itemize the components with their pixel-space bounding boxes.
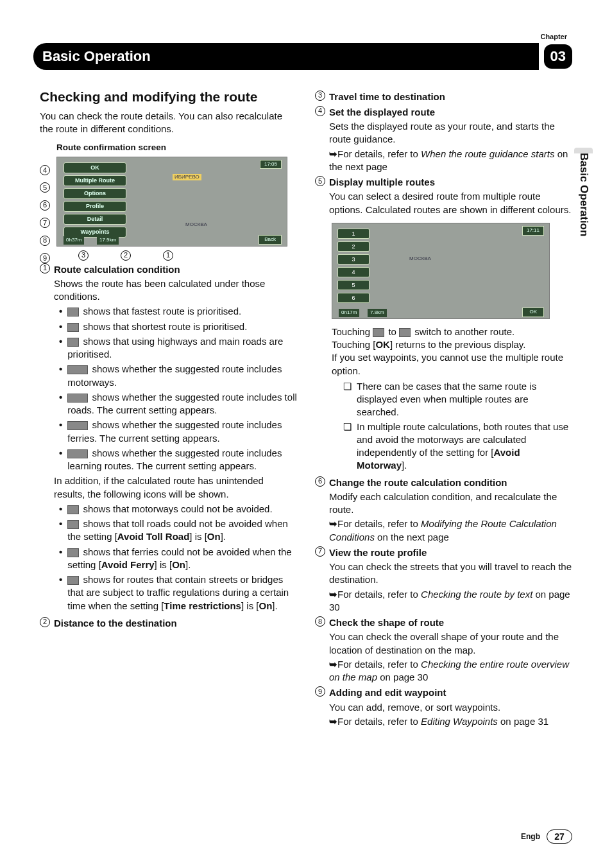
- screenshot-caption: Route confirmation screen: [56, 142, 297, 153]
- multiple-routes-screenshot: 1 2 3 4 5 6 17:11 МОСКВА 0h17m 7.8km OK: [332, 223, 550, 319]
- def-9-title: Adding and edit waypoint: [329, 686, 572, 699]
- route-condition-icon: [67, 449, 88, 458]
- ss-back: Back: [259, 235, 282, 245]
- ss-multiple-route: Multiple Route: [64, 175, 126, 186]
- def-7-text: You can check the streets that you will …: [329, 560, 572, 587]
- route-condition-icon: [67, 394, 88, 403]
- def-3-title: Travel time to destination: [329, 91, 572, 103]
- route-1-icon: [373, 328, 384, 337]
- route-condition-icon: [67, 323, 79, 332]
- ss-dest: ИБИРЕВО: [173, 174, 201, 181]
- bullet-item: shows that shortest route is prioritised…: [59, 320, 297, 333]
- route-btn-4: 4: [337, 267, 370, 277]
- def-7-ref: For details, refer to Checking the route…: [329, 588, 572, 614]
- def-7-title: View the route profile: [329, 546, 572, 559]
- page-heading: Checking and modifying the route: [40, 88, 297, 106]
- callout-3: 3: [78, 250, 89, 261]
- ms-dist: 7.8km: [368, 309, 387, 317]
- def-4-title: Set the displayed route: [329, 106, 572, 119]
- callout-1: 1: [163, 250, 173, 261]
- multi-note-2: In multiple route calculations, both rou…: [343, 421, 572, 473]
- def-3-num: 3: [315, 91, 325, 101]
- def-2-title: Distance to the destination: [54, 617, 297, 630]
- def-8: 8Check the shape of routeYou can check t…: [315, 616, 572, 684]
- multi-para-3: If you set waypoints, you cannot use the…: [332, 351, 572, 378]
- chapter-label: Chapter: [40, 32, 572, 42]
- def-3: 3Travel time to destination: [315, 91, 572, 103]
- route-warning-icon: [67, 520, 79, 529]
- def-4-text: Sets the displayed route as your route, …: [329, 120, 572, 146]
- def-2: 2 Distance to the destination: [40, 617, 297, 630]
- section-title: Basic Operation: [33, 43, 539, 70]
- callout-5: 5: [40, 182, 50, 193]
- side-tab: Basic Operation: [574, 148, 593, 249]
- ss-detail: Detail: [64, 214, 126, 225]
- def-1-text: Shows the route has been calculated unde…: [54, 277, 297, 304]
- def-6-title: Change the route calculation condition: [329, 476, 572, 489]
- chapter-number-badge: 03: [544, 44, 572, 69]
- callout-2: 2: [121, 250, 131, 261]
- route-btn-2: 2: [337, 241, 370, 252]
- def-2-num: 2: [40, 617, 50, 627]
- bullet-item: shows whether the suggested route includ…: [59, 447, 297, 473]
- def-5-title: Display multiple routes: [329, 176, 572, 189]
- bullet-item: shows that ferries could not be avoided …: [59, 546, 297, 572]
- route-warning-icon: [67, 576, 79, 585]
- route-btn-6: 6: [337, 293, 370, 303]
- bullet-item: shows whether the suggested route includ…: [59, 419, 297, 445]
- ss-eta: 0h37m: [64, 236, 84, 245]
- ss-ok-button: OK: [64, 162, 126, 173]
- def-8-num: 8: [315, 616, 325, 627]
- def-7-num: 7: [315, 546, 325, 557]
- def-9-text: You can add, remove, or sort waypoints.: [329, 701, 572, 714]
- callout-9: 9: [40, 253, 50, 263]
- callout-4: 4: [40, 165, 50, 175]
- ms-time: 17:11: [522, 226, 544, 236]
- def-6-text: Modify each calculation condition, and r…: [329, 490, 572, 517]
- route-warning-icon: [67, 505, 79, 514]
- bullet-item: shows whether the suggested route includ…: [59, 363, 297, 389]
- route-warning-icon: [67, 548, 79, 557]
- def-6: 6Change the route calculation conditionM…: [315, 476, 572, 544]
- bullet-item: shows that toll roads could not be avoid…: [59, 517, 297, 544]
- bullet-item: shows that using highways and main roads…: [59, 335, 297, 361]
- def-1-title: Route calculation condition: [54, 263, 297, 276]
- ss-city: МОСКВА: [185, 221, 207, 229]
- def-4-num: 4: [315, 106, 325, 116]
- def-9-ref: For details, refer to Editing Waypoints …: [329, 715, 572, 728]
- ms-eta: 0h17m: [339, 309, 359, 317]
- def-6-num: 6: [315, 476, 325, 487]
- bullet-item: shows that motorways could not be avoide…: [59, 503, 297, 516]
- ss-profile: Profile: [64, 201, 126, 212]
- footer-lang: Engb: [521, 831, 540, 842]
- route-btn-1: 1: [337, 229, 370, 239]
- ms-city: МОСКВА: [409, 256, 431, 263]
- route-condition-icon: [67, 421, 88, 430]
- route-btn-5: 5: [337, 280, 370, 290]
- def-5: 5Display multiple routesYou can select a…: [315, 176, 572, 216]
- route-6-icon: [399, 328, 411, 337]
- def-1-extra: In addition, if the calculated route has…: [54, 474, 297, 501]
- ss-options: Options: [64, 188, 126, 199]
- ss-dist: 17.9km: [97, 236, 119, 245]
- callout-8: 8: [40, 236, 50, 246]
- def-5-text: You can select a desired route from mult…: [329, 190, 572, 216]
- multi-para-1: Touching to switch to another route.: [332, 326, 572, 338]
- ss-time: 17:05: [260, 160, 282, 169]
- def-1: 1 Route calculation condition Shows the …: [40, 263, 297, 614]
- route-condition-icon: [67, 365, 88, 374]
- callout-6: 6: [40, 200, 50, 211]
- ms-ok: OK: [522, 308, 544, 317]
- route-condition-icon: [67, 338, 79, 347]
- callout-7: 7: [40, 218, 50, 228]
- def-4-ref: For details, refer to When the route gui…: [329, 148, 572, 174]
- def-4: 4Set the displayed routeSets the display…: [315, 106, 572, 173]
- bullet-item: shows that fastest route is prioritised.: [59, 305, 297, 318]
- intro-text: You can check the route details. You can…: [40, 110, 297, 136]
- def-9-num: 9: [315, 686, 325, 697]
- multi-para-2: Touching [OK] returns to the previous di…: [332, 338, 572, 351]
- def-5-num: 5: [315, 176, 325, 186]
- def-9: 9Adding and edit waypointYou can add, re…: [315, 686, 572, 728]
- route-condition-icon: [67, 308, 79, 317]
- route-btn-3: 3: [337, 254, 370, 265]
